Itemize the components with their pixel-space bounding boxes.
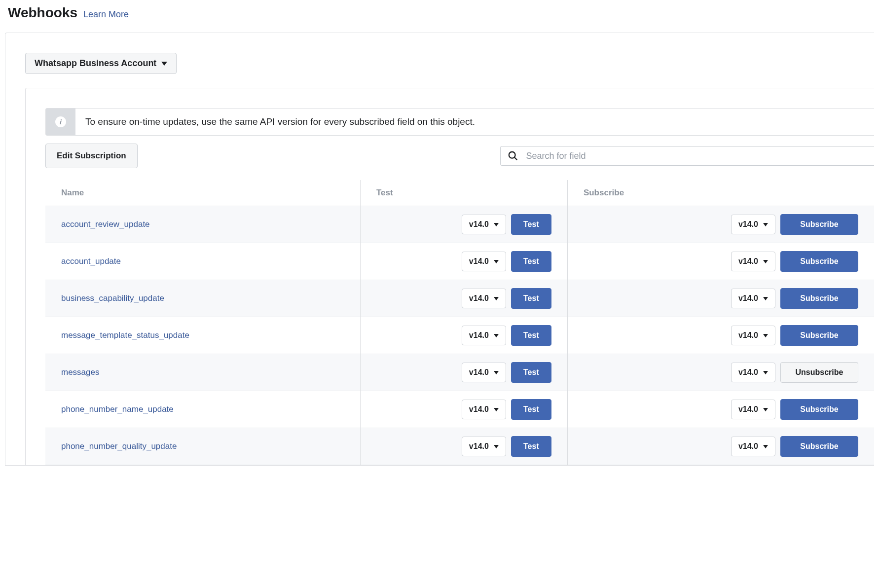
subscribe-version-label: v14.0 (738, 257, 758, 266)
table-row: account_review_updatev14.0Testv14.0Subsc… (45, 206, 874, 243)
chevron-down-icon (763, 297, 768, 300)
table-row: phone_number_quality_updatev14.0Testv14.… (45, 428, 874, 465)
test-version-label: v14.0 (469, 294, 489, 303)
edit-subscription-button[interactable]: Edit Subscription (45, 144, 138, 168)
chevron-down-icon (763, 260, 768, 263)
subscribe-version-label: v14.0 (738, 294, 758, 303)
svg-line-1 (514, 157, 517, 160)
table-row: messagesv14.0Testv14.0Unsubscribe (45, 354, 874, 391)
chevron-down-icon (763, 408, 768, 411)
test-button[interactable]: Test (511, 214, 551, 235)
test-version-dropdown[interactable]: v14.0 (462, 437, 506, 456)
chevron-down-icon (494, 445, 499, 448)
info-icon: i (55, 116, 66, 127)
subscribe-version-label: v14.0 (738, 405, 758, 414)
chevron-down-icon (161, 62, 167, 66)
webhooks-panel: Whatsapp Business Account i To ensure on… (5, 33, 874, 466)
search-field-wrap[interactable] (500, 146, 875, 166)
test-version-dropdown[interactable]: v14.0 (462, 326, 506, 345)
unsubscribe-button[interactable]: Unsubscribe (780, 362, 858, 383)
test-button[interactable]: Test (511, 362, 551, 383)
subscribe-version-label: v14.0 (738, 368, 758, 377)
test-version-dropdown[interactable]: v14.0 (462, 252, 506, 271)
field-name[interactable]: account_update (61, 257, 121, 266)
fields-table: Name Test Subscribe account_review_updat… (45, 180, 874, 465)
chevron-down-icon (494, 371, 499, 374)
chevron-down-icon (494, 334, 499, 337)
table-row: account_updatev14.0Testv14.0Subscribe (45, 243, 874, 280)
subscribe-version-label: v14.0 (738, 331, 758, 340)
test-version-label: v14.0 (469, 220, 489, 229)
table-row: phone_number_name_updatev14.0Testv14.0Su… (45, 391, 874, 428)
test-version-dropdown[interactable]: v14.0 (462, 289, 506, 308)
test-button[interactable]: Test (511, 399, 551, 420)
test-version-label: v14.0 (469, 368, 489, 377)
chevron-down-icon (494, 297, 499, 300)
subscribe-version-dropdown[interactable]: v14.0 (731, 289, 775, 308)
col-header-subscribe: Subscribe (567, 180, 874, 206)
learn-more-link[interactable]: Learn More (83, 9, 129, 20)
subscribe-button[interactable]: Subscribe (780, 251, 858, 272)
subscribe-button[interactable]: Subscribe (780, 214, 858, 235)
info-banner-text: To ensure on-time updates, use the same … (75, 109, 485, 135)
page-header: Webhooks Learn More (5, 5, 874, 21)
chevron-down-icon (763, 223, 768, 226)
table-row: message_template_status_updatev14.0Testv… (45, 317, 874, 354)
subscribe-version-dropdown[interactable]: v14.0 (731, 437, 775, 456)
field-name[interactable]: phone_number_name_update (61, 404, 174, 414)
subscribe-version-dropdown[interactable]: v14.0 (731, 215, 775, 234)
chevron-down-icon (494, 260, 499, 263)
search-input[interactable] (526, 151, 868, 161)
subscribe-version-label: v14.0 (738, 220, 758, 229)
table-row: business_capability_updatev14.0Testv14.0… (45, 280, 874, 317)
subscribe-version-dropdown[interactable]: v14.0 (731, 400, 775, 419)
subscribe-version-label: v14.0 (738, 442, 758, 451)
info-banner: i To ensure on-time updates, use the sam… (45, 108, 874, 136)
toolbar: Edit Subscription (45, 144, 874, 168)
test-button[interactable]: Test (511, 325, 551, 346)
test-version-label: v14.0 (469, 257, 489, 266)
page-title: Webhooks (8, 5, 77, 21)
object-type-dropdown[interactable]: Whatsapp Business Account (25, 53, 177, 74)
test-version-label: v14.0 (469, 331, 489, 340)
subscribe-button[interactable]: Subscribe (780, 436, 858, 457)
test-version-label: v14.0 (469, 442, 489, 451)
chevron-down-icon (494, 408, 499, 411)
search-icon (508, 150, 518, 161)
subscribe-version-dropdown[interactable]: v14.0 (731, 252, 775, 271)
subscribe-button[interactable]: Subscribe (780, 325, 858, 346)
test-button[interactable]: Test (511, 436, 551, 457)
subscribe-button[interactable]: Subscribe (780, 288, 858, 309)
subscriptions-panel: i To ensure on-time updates, use the sam… (25, 88, 874, 465)
chevron-down-icon (763, 334, 768, 337)
field-name[interactable]: phone_number_quality_update (61, 441, 177, 451)
subscribe-version-dropdown[interactable]: v14.0 (731, 326, 775, 345)
col-header-test: Test (360, 180, 567, 206)
test-button[interactable]: Test (511, 251, 551, 272)
test-version-dropdown[interactable]: v14.0 (462, 400, 506, 419)
test-version-label: v14.0 (469, 405, 489, 414)
test-version-dropdown[interactable]: v14.0 (462, 363, 506, 382)
col-header-name: Name (45, 180, 360, 206)
test-button[interactable]: Test (511, 288, 551, 309)
object-type-selected: Whatsapp Business Account (35, 58, 156, 69)
chevron-down-icon (763, 371, 768, 374)
field-name[interactable]: message_template_status_update (61, 331, 189, 340)
subscribe-version-dropdown[interactable]: v14.0 (731, 363, 775, 382)
test-version-dropdown[interactable]: v14.0 (462, 215, 506, 234)
field-name[interactable]: business_capability_update (61, 294, 164, 303)
subscribe-button[interactable]: Subscribe (780, 399, 858, 420)
info-icon-box: i (46, 109, 75, 135)
svg-point-0 (509, 152, 515, 158)
chevron-down-icon (763, 445, 768, 448)
chevron-down-icon (494, 223, 499, 226)
field-name[interactable]: messages (61, 368, 99, 377)
field-name[interactable]: account_review_update (61, 220, 150, 229)
